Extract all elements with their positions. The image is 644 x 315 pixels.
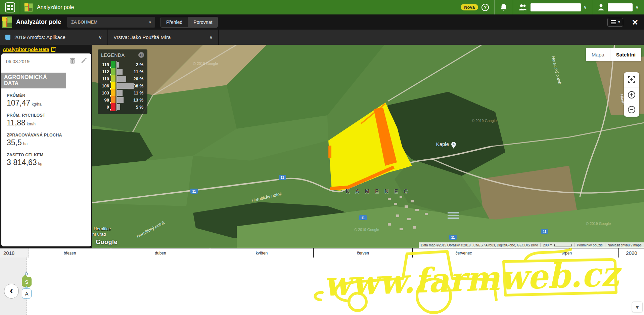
timeline-months: březen duben květen červen červenec srpe… xyxy=(29,248,619,258)
module-title: Analyzátor pole xyxy=(16,18,61,26)
dataset-filter-bar: 2019 Amofos: Aplikace ∨ Vrstva: Jako Pou… xyxy=(0,30,644,45)
svg-text:© 2019 Google: © 2019 Google xyxy=(586,222,611,226)
legend-percent: 38 % xyxy=(133,83,143,88)
legend-collapse-icon[interactable]: ◄► xyxy=(138,52,144,58)
module-toolbar: Analyzátor pole ZA BOHMEM ▾ Přehled Poro… xyxy=(0,14,644,30)
timeline-year-start: 2018 xyxy=(0,248,29,258)
analysis-sidebar: Analyzátor pole Beta 06.03.2019 AGRONOMI… xyxy=(0,45,92,248)
attribution-text: Data map ©2019 Obrázky ©2019 , CNES / Ai… xyxy=(419,243,541,247)
legend-row: 119 2 % xyxy=(101,61,144,68)
svg-text:© 2019 Google: © 2019 Google xyxy=(354,228,379,232)
map-controls xyxy=(624,72,639,117)
chevron-down-icon: ∨ xyxy=(584,5,587,10)
help-icon[interactable]: ? xyxy=(481,4,489,11)
legend-axis xyxy=(117,103,117,111)
satellite-map[interactable]: © 2019 Google © 2019 Google © 2019 Googl… xyxy=(92,45,644,248)
timeline-scroll-left-button[interactable]: ‹ xyxy=(4,284,19,299)
delete-record-button[interactable] xyxy=(70,57,76,66)
timeline-month-cell[interactable]: duben xyxy=(111,248,210,258)
village-label: ní úřad xyxy=(92,232,106,237)
legend-percent: 20 % xyxy=(133,76,143,81)
metric-value: 35,5ha xyxy=(7,138,91,147)
map-type-toggle: Mapa Satelitní xyxy=(586,48,641,61)
timeline-track-area[interactable]: ‹ S A ▼ xyxy=(0,258,644,315)
chevron-down-icon: ∨ xyxy=(201,34,213,40)
agronomic-data-card: 06.03.2019 AGRONOMICKÁ DATA PRŮMĚR 107,4… xyxy=(1,53,91,246)
chevron-down-icon: ∨ xyxy=(635,5,639,10)
timeline-month-cell[interactable]: srpen xyxy=(515,248,619,258)
app-title: Analyzátor pole xyxy=(37,4,74,10)
timeline-month-cell[interactable]: červen xyxy=(314,248,413,258)
legend-percent: 5 % xyxy=(136,105,143,110)
metric-value: 3 814,63kg xyxy=(7,158,91,167)
legend-row: 98 13 % xyxy=(101,96,144,104)
app-launcher-icon[interactable] xyxy=(5,2,15,12)
organization-selector[interactable]: ∨ xyxy=(513,0,592,14)
legend-row: 110 20 % xyxy=(101,75,144,82)
notifications-bell-icon[interactable] xyxy=(495,0,513,14)
zoom-in-button[interactable] xyxy=(624,87,639,102)
metric: ZPRACOVÁVANÁ PLOCHA 35,5ha xyxy=(7,133,91,147)
month-label: květen xyxy=(256,251,268,255)
divider xyxy=(20,0,20,14)
metric-label: ZASETO CELKEM xyxy=(7,153,91,157)
svg-text:© 2019 Google: © 2019 Google xyxy=(472,119,497,123)
field-analyzer-logo xyxy=(2,16,12,28)
timeline-year-end: 2020 xyxy=(619,248,644,258)
caret-down-icon: ▾ xyxy=(618,20,620,24)
legend-histogram-bar xyxy=(117,104,120,110)
user-selector[interactable]: ∨ xyxy=(592,0,644,14)
dataset-dropdown[interactable]: 2019 Amofos: Aplikace ∨ xyxy=(0,30,108,45)
village-label: Heraltice xyxy=(94,226,111,231)
timeline-marker-seeding[interactable]: S xyxy=(22,277,32,287)
beta-version-link[interactable]: Analyzátor pole Beta xyxy=(3,47,55,52)
close-icon[interactable]: × xyxy=(632,17,638,27)
timeline-marker-application[interactable]: A xyxy=(22,288,32,299)
google-logo: Google xyxy=(96,239,118,246)
metric-label: PRŮM. RYCHLOST xyxy=(7,113,91,118)
legend-panel: LEGENDA ◄► 119 2 % 112 11 % 110 20 % 106… xyxy=(98,49,147,114)
legend-percent: 2 % xyxy=(136,62,143,67)
report-error-link[interactable]: Nahlásit chybu v mapě xyxy=(605,243,644,247)
timeline-month-cell[interactable]: březen xyxy=(29,248,111,258)
layer-dropdown[interactable]: Vrstva: Jako Použitá Míra ∨ xyxy=(108,30,219,45)
map-view-button[interactable]: Mapa xyxy=(586,48,610,61)
map-attribution-bar: Data map ©2019 Obrázky ©2019 , CNES / Ai… xyxy=(419,242,644,248)
fullscreen-button[interactable] xyxy=(624,72,639,87)
metric-unit: km/h xyxy=(27,122,36,126)
legend-row: 112 11 % xyxy=(101,68,144,75)
terms-link[interactable]: Podmínky použití xyxy=(574,243,605,247)
menu-button[interactable]: ▾ xyxy=(607,18,624,27)
top-header-bar: Analyzátor pole Nová ? ∨ xyxy=(0,0,644,14)
svg-text:11: 11 xyxy=(361,216,365,220)
svg-text:Kaple: Kaple xyxy=(436,141,449,147)
timeline-month-cell[interactable]: červenec xyxy=(413,248,515,258)
legend-row: 103 11 % xyxy=(101,89,144,96)
metric-unit: kg/ha xyxy=(32,102,41,107)
timeline-month-cell[interactable]: květen xyxy=(210,248,314,258)
tab-overview[interactable]: Přehled xyxy=(161,17,188,27)
legend-histogram-bar xyxy=(117,76,126,82)
field-selector-dropdown[interactable]: ZA BOHMEM ▾ xyxy=(67,17,155,28)
edit-record-button[interactable] xyxy=(80,58,87,66)
new-badge[interactable]: Nová xyxy=(461,4,478,10)
record-date: 06.03.2019 xyxy=(6,59,30,64)
metric-list: PRŮMĚR 107,47kg/ha PRŮM. RYCHLOST 11,88k… xyxy=(1,88,91,167)
legend-histogram-bar xyxy=(117,62,119,68)
view-tabs: Přehled Porovnat xyxy=(160,17,218,28)
legend-color-chip xyxy=(111,103,116,111)
people-icon xyxy=(518,4,527,11)
record-date-row: 06.03.2019 xyxy=(1,53,91,69)
hamburger-icon xyxy=(611,22,616,23)
metric-unit: kg xyxy=(38,161,43,166)
tab-compare[interactable]: Porovnat xyxy=(188,17,218,27)
legend-histogram-bar xyxy=(117,90,123,96)
legend-histogram-bar xyxy=(117,83,134,89)
satellite-view-button[interactable]: Satelitní xyxy=(610,48,641,61)
caret-down-icon: ▾ xyxy=(149,20,151,25)
timeline-expand-button[interactable]: ▼ xyxy=(632,302,643,312)
zoom-out-button[interactable] xyxy=(624,102,639,117)
person-icon xyxy=(598,4,604,11)
svg-text:11: 11 xyxy=(281,176,284,180)
metric-unit: ha xyxy=(23,142,28,146)
